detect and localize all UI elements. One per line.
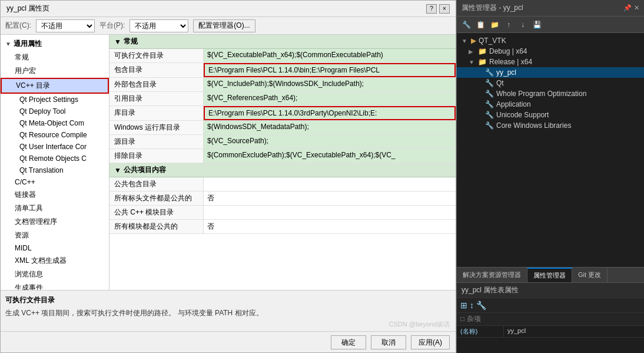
row-windows-runtime: Windows 运行库目录 $(WindowsSDK_MetadataPath)…: [109, 121, 456, 135]
help-button[interactable]: ?: [426, 4, 437, 14]
prop-value-reference[interactable]: $(VC_ReferencesPath_x64);: [204, 92, 456, 105]
rt-item-qt-vtk[interactable]: ▼ ▶ QT_VTK: [457, 35, 644, 46]
platform-combo[interactable]: 不适用: [130, 19, 188, 32]
right-panel: 属性管理器 - yy_pcl 📌 ✕ 🔧 📋 📁 ↑ ↓ 💾 ▼ ▶ QT_VT…: [456, 0, 644, 353]
prop-value-executable[interactable]: $(VC_ExecutablePath_x64);$(CommonExecuta…: [204, 49, 456, 62]
tab-property-manager[interactable]: 属性管理器: [527, 268, 572, 282]
prop-value-all-modules[interactable]: 否: [204, 220, 456, 233]
prop-value-all-headers[interactable]: 否: [204, 192, 456, 205]
prop-value-pub-include[interactable]: [204, 177, 456, 191]
tree-item-vcpp[interactable]: VC++ 目录: [1, 78, 109, 94]
section-expand-icon: ▼: [114, 38, 121, 46]
prop-icon-3[interactable]: 🔧: [476, 301, 486, 310]
apply-button[interactable]: 应用(A): [411, 335, 450, 349]
rt-item-application[interactable]: 🔧 Application: [457, 99, 644, 110]
ok-button[interactable]: 确定: [331, 335, 366, 349]
row-source-dir: 源目录 $(VC_SourcePath);: [109, 135, 456, 149]
rt-item-core-windows[interactable]: 🔧 Core Windows Libraries: [457, 120, 644, 131]
prop-icon-1[interactable]: ⊞: [460, 301, 467, 310]
dialog-toolbar: 配置(C): 不适用 平台(P): 不适用 配置管理器(O)...: [1, 17, 456, 35]
tree-item-linker[interactable]: 链接器: [1, 188, 109, 202]
prop-name-ext-include: 外部包含目录: [109, 78, 204, 91]
expand-arrow: ▼: [5, 41, 11, 47]
expand-release: ▼: [469, 59, 476, 65]
tree-item-qt-deploy[interactable]: Qt Deploy Tool: [1, 105, 109, 117]
tree-item-qt-project[interactable]: Qt Project Settings: [1, 94, 109, 105]
prop-name-all-headers: 所有标头文件都是公共的: [109, 192, 204, 205]
watermark: CSDN @beyond诶话: [389, 320, 450, 329]
prop-value-ext-include[interactable]: $(VC_IncludePath);$(WindowsSDK_IncludePa…: [204, 78, 456, 91]
tree-item-browse[interactable]: 浏览信息: [1, 268, 109, 281]
prop-name-source: 源目录: [109, 135, 204, 149]
tree-item-build-events[interactable]: 生成事件: [1, 281, 109, 290]
right-tree: ▼ ▶ QT_VTK ▶ 📁 Debug | x64 ▼ 📁 Release |…: [457, 33, 644, 267]
expand-qt-vtk: ▼: [462, 38, 469, 44]
description-text: 生成 VC++ 项目期间，搜索可执行文件时使用的路径。 与环境变量 PATH 相…: [5, 308, 451, 318]
prop-value-source[interactable]: $(VC_SourcePath);: [204, 135, 456, 149]
properties-dialog: yy_pcl 属性页 ? × 配置(C): 不适用 平台(P): 不适用 配置管…: [0, 0, 456, 353]
prop-name-executable: 可执行文件目录: [109, 49, 204, 62]
rt-item-yy-pcl[interactable]: 🔧 yy_pcl: [457, 67, 644, 78]
tab-git-changes[interactable]: Git 更改: [572, 268, 608, 282]
config-combo[interactable]: 不适用: [36, 19, 95, 32]
tree-item-cpp[interactable]: C/C++: [1, 176, 109, 188]
move-up-button[interactable]: ↑: [503, 19, 514, 31]
tree-item-qt-remote[interactable]: Qt Remote Objects C: [1, 153, 109, 164]
tree-item-qt-meta[interactable]: Qt Meta-Object Com: [1, 117, 109, 129]
section-general: ▼ 常规: [109, 35, 456, 49]
rt-label-core-windows: Core Windows Libraries: [496, 121, 571, 130]
rp-title: yy_pcl 属性表属性: [457, 283, 644, 298]
rt-item-release[interactable]: ▼ 📁 Release | x64: [457, 57, 644, 67]
prop-value-include[interactable]: E:\Program Files\PCL 1.14.0\bin;E:\Progr…: [204, 63, 456, 77]
right-title-icons: 📌 ✕: [623, 4, 639, 12]
add-sheet-button[interactable]: 📋: [474, 19, 486, 31]
new-sheet-button[interactable]: 🔧: [460, 19, 472, 31]
row-ext-include: 外部包含目录 $(VC_IncludePath);$(WindowsSDK_In…: [109, 78, 456, 92]
row-executable-path: 可执行文件目录 $(VC_ExecutablePath_x64);$(Commo…: [109, 49, 456, 63]
right-panel-title: 属性管理器 - yy_pcl: [462, 3, 523, 13]
rt-item-debug[interactable]: ▶ 📁 Debug | x64: [457, 46, 644, 57]
rt-label-qt: Qt: [496, 79, 504, 87]
tree-item-qt-translation[interactable]: Qt Translation: [1, 164, 109, 176]
close-right-icon[interactable]: ✕: [634, 4, 639, 12]
config-manager-button[interactable]: 配置管理器(O)...: [193, 19, 255, 32]
right-toolbar: 🔧 📋 📁 ↑ ↓ 💾: [457, 17, 644, 33]
close-button[interactable]: ×: [439, 4, 450, 14]
folder-icon-qt-vtk: ▶: [471, 37, 476, 45]
pin-icon[interactable]: 📌: [623, 4, 632, 12]
rp-prop-name-value[interactable]: yy_pcl: [504, 326, 644, 337]
rt-item-unicode[interactable]: 🔧 Unicode Support: [457, 110, 644, 120]
prop-value-lib[interactable]: E:\Program Files\PCL 1.14.0\3rdParty\Ope…: [204, 106, 456, 120]
expand-debug: ▶: [469, 48, 476, 55]
tree-section-general[interactable]: ▼ 通用属性: [1, 37, 109, 51]
prop-value-pub-module[interactable]: [204, 206, 456, 219]
dialog-titlebar: yy_pcl 属性页 ? ×: [1, 1, 456, 17]
tree-item-list-tool[interactable]: 清单工具: [1, 202, 109, 215]
row-exclude-dir: 排除目录 $(CommonExcludePath);$(VC_Executabl…: [109, 149, 456, 163]
right-property-area: yy_pcl 属性表属性 ⊞ ↕ 🔧 □ 杂项 (名称) yy_pcl: [457, 282, 644, 353]
tree-item-xml-gen[interactable]: XML 文档生成器: [1, 254, 109, 268]
prop-value-exclude[interactable]: $(CommonExcludePath);$(VC_ExecutablePath…: [204, 149, 456, 163]
prop-value-windows-runtime[interactable]: $(WindowsSDK_MetadataPath);: [204, 121, 456, 134]
platform-label: 平台(P):: [99, 21, 125, 31]
prop-icon-2[interactable]: ↕: [470, 301, 474, 310]
tree-item-resources[interactable]: 资源: [1, 229, 109, 242]
row-public-include: 公共包含目录: [109, 177, 456, 192]
tree-item-doc-manager[interactable]: 文档管理程序: [1, 215, 109, 229]
save-button[interactable]: 💾: [531, 19, 543, 31]
tree-item-qt-resource[interactable]: Qt Resource Compile: [1, 129, 109, 141]
row-all-modules-public: 所有模块都是公共的 否: [109, 220, 456, 234]
tree-item-midl[interactable]: MIDL: [1, 242, 109, 254]
rt-item-whole-program[interactable]: 🔧 Whole Program Optimization: [457, 88, 644, 99]
tree-item-qt-ui[interactable]: Qt User Interface Cor: [1, 141, 109, 153]
tree-item-user[interactable]: 用户宏: [1, 64, 109, 78]
move-down-button[interactable]: ↓: [517, 19, 529, 31]
tab-solution-explorer[interactable]: 解决方案资源管理器: [457, 268, 527, 282]
rt-item-qt[interactable]: 🔧 Qt: [457, 78, 644, 88]
remove-sheet-button[interactable]: 📁: [489, 19, 500, 31]
tree-item-normal[interactable]: 常规: [1, 51, 109, 64]
cancel-button[interactable]: 取消: [371, 335, 406, 349]
folder-icon-debug: 📁: [478, 47, 487, 55]
right-bottom-tabs: 解决方案资源管理器 属性管理器 Git 更改: [457, 267, 644, 282]
wrench-icon-application: 🔧: [485, 100, 494, 108]
